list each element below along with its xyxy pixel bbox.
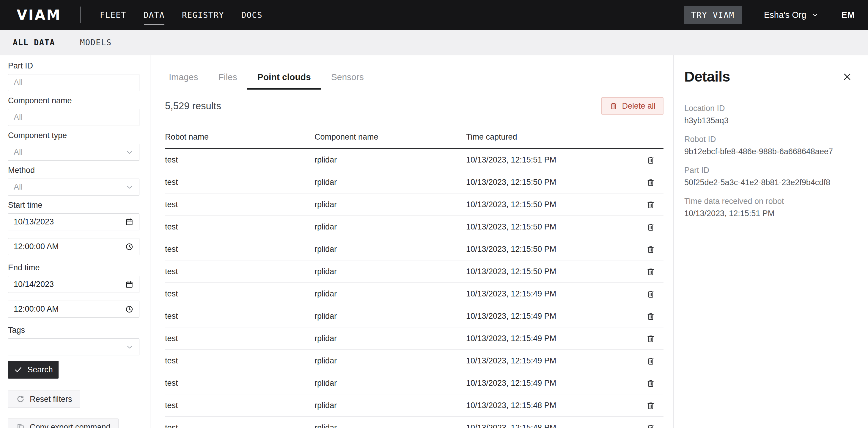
time-input[interactable]: 12:00:00 AM (8, 301, 140, 318)
delete-row-button[interactable] (646, 267, 655, 276)
cell-robot-name: test (165, 216, 314, 238)
delete-all-button[interactable]: Delete all (601, 97, 663, 115)
cell-robot-name: test (165, 417, 314, 428)
data-subnav: ALL DATAMODELS (0, 30, 868, 55)
refresh-icon (16, 395, 25, 404)
select-input[interactable]: All (8, 144, 140, 161)
date-value: 10/13/2023 (14, 217, 54, 227)
data-type-tabs: ImagesFilesPoint cloudsSensors (159, 70, 362, 89)
delete-row-button[interactable] (646, 379, 655, 388)
cell-robot-name: test (165, 194, 314, 216)
clock-icon[interactable] (125, 305, 134, 314)
table-row[interactable]: test rplidar 10/13/2023, 12:15:50 PM (165, 216, 663, 238)
delete-row-button[interactable] (646, 312, 655, 321)
table-row[interactable]: test rplidar 10/13/2023, 12:15:49 PM (165, 350, 663, 372)
select-value: All (14, 148, 23, 157)
delete-all-label: Delete all (622, 102, 655, 111)
content-tab[interactable]: Images (159, 70, 208, 89)
table-header-row: Robot name Component name Time captured (165, 128, 663, 149)
delete-row-button[interactable] (646, 245, 655, 254)
details-field-label: Location ID (684, 104, 854, 113)
details-field: Time data received on robot 10/13/2023, … (684, 197, 854, 218)
filter-field: Tags (8, 325, 140, 355)
content-tab[interactable]: Sensors (321, 70, 374, 89)
calendar-icon[interactable] (125, 218, 134, 227)
table-row[interactable]: test rplidar 10/13/2023, 12:15:50 PM (165, 171, 663, 194)
table-row[interactable]: test rplidar 10/13/2023, 12:15:49 PM (165, 372, 663, 394)
nav-link[interactable]: FLEET (100, 10, 126, 20)
table-row[interactable]: test rplidar 10/13/2023, 12:15:51 PM (165, 149, 663, 171)
filter-label: Component name (8, 96, 140, 105)
cell-time-captured: 10/13/2023, 12:15:50 PM (466, 171, 634, 194)
filter-label: Method (8, 166, 140, 175)
details-field-label: Robot ID (684, 135, 854, 144)
text-input[interactable]: All (8, 109, 140, 126)
delete-row-button[interactable] (646, 223, 655, 232)
copy-icon (16, 423, 25, 428)
text-input[interactable]: All (8, 74, 140, 91)
try-viam-button[interactable]: TRY VIAM (684, 6, 742, 24)
clock-icon[interactable] (125, 242, 134, 251)
nav-link[interactable]: REGISTRY (182, 10, 224, 20)
copy-export-command-button[interactable]: Copy export command (8, 419, 119, 428)
content-tab[interactable]: Point clouds (247, 70, 321, 89)
results-row: 5,529 results Delete all (165, 97, 663, 115)
nav-link[interactable]: DATA (144, 10, 165, 20)
cell-robot-name: test (165, 260, 314, 283)
delete-row-button[interactable] (646, 178, 655, 187)
content-tab-label: Images (169, 72, 198, 82)
cell-component-name: rplidar (314, 216, 466, 238)
search-button[interactable]: Search (8, 361, 59, 379)
delete-row-button[interactable] (646, 290, 655, 298)
delete-row-button[interactable] (646, 156, 655, 165)
table-row[interactable]: test rplidar 10/13/2023, 12:15:50 PM (165, 238, 663, 260)
viam-logo[interactable]: VIAM (17, 7, 61, 23)
delete-row-button[interactable] (646, 200, 655, 209)
input-placeholder: All (14, 78, 23, 87)
cell-component-name: rplidar (314, 194, 466, 216)
results-main: ImagesFilesPoint cloudsSensors 5,529 res… (150, 55, 673, 428)
select-input[interactable]: All (8, 178, 140, 196)
table-row[interactable]: test rplidar 10/13/2023, 12:15:50 PM (165, 260, 663, 283)
details-field-value: 50f25de2-5a3c-41e2-8b81-23e2f9b4cdf8 (684, 178, 854, 187)
reset-filters-button[interactable]: Reset filters (8, 391, 80, 408)
trash-icon (646, 424, 655, 428)
nav-link[interactable]: DOCS (241, 10, 262, 20)
content-tab-label: Point clouds (257, 72, 311, 82)
date-input[interactable]: 10/14/2023 (8, 276, 140, 293)
content-tab[interactable]: Files (208, 70, 247, 89)
subnav-tab[interactable]: ALL DATA (13, 38, 55, 47)
table-row[interactable]: test rplidar 10/13/2023, 12:15:48 PM (165, 417, 663, 428)
cell-component-name: rplidar (314, 372, 466, 394)
table-row[interactable]: test rplidar 10/13/2023, 12:15:49 PM (165, 305, 663, 327)
details-title: Details (684, 68, 730, 85)
close-icon (842, 72, 852, 82)
delete-row-button[interactable] (646, 334, 655, 343)
delete-row-button[interactable] (646, 356, 655, 366)
filters-sidebar: Part ID All Component name All Component… (0, 55, 150, 428)
check-icon (14, 365, 23, 374)
org-switcher[interactable]: Esha's Org (764, 10, 819, 20)
close-details-button[interactable] (842, 68, 854, 83)
select-value: All (14, 182, 23, 192)
cell-robot-name: test (165, 149, 314, 171)
delete-row-button[interactable] (646, 401, 655, 410)
filter-label: Component type (8, 131, 140, 140)
details-header: Details (684, 68, 854, 85)
time-input[interactable]: 12:00:00 AM (8, 238, 140, 255)
table-row[interactable]: test rplidar 10/13/2023, 12:15:48 PM (165, 394, 663, 417)
delete-row-button[interactable] (646, 424, 655, 428)
table-row[interactable]: test rplidar 10/13/2023, 12:15:49 PM (165, 327, 663, 350)
date-value: 10/14/2023 (14, 280, 54, 289)
subnav-tab[interactable]: MODELS (80, 38, 112, 47)
table-row[interactable]: test rplidar 10/13/2023, 12:15:50 PM (165, 194, 663, 216)
user-menu[interactable]: EM (841, 10, 855, 20)
trash-icon (646, 245, 655, 254)
date-input[interactable]: 10/13/2023 (8, 213, 140, 230)
select-input[interactable] (8, 338, 140, 355)
calendar-icon[interactable] (125, 280, 134, 289)
trash-icon (646, 223, 655, 232)
cell-component-name: rplidar (314, 327, 466, 350)
filter-field: Component name All (8, 96, 140, 126)
table-row[interactable]: test rplidar 10/13/2023, 12:15:49 PM (165, 283, 663, 305)
